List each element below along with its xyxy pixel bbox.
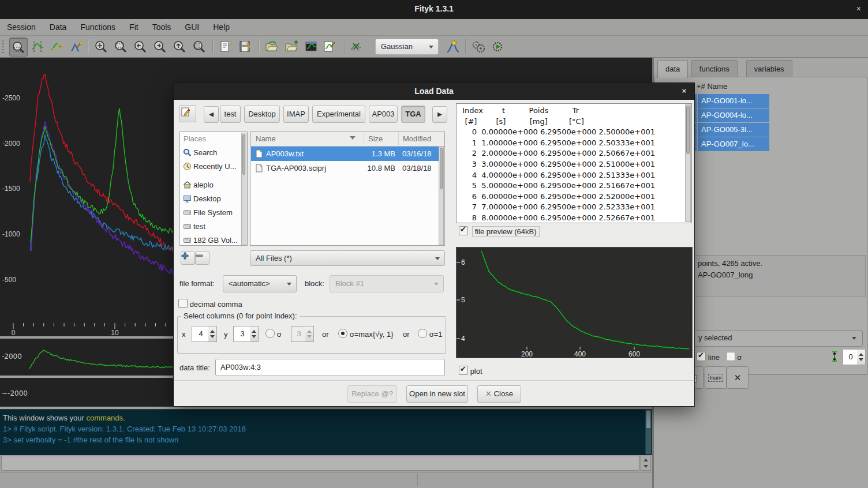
tab-variables[interactable]: variables — [746, 60, 792, 77]
menu-help[interactable]: Help — [206, 22, 237, 32]
open-file-button[interactable] — [263, 37, 280, 55]
file-list: Name Size Modified AP003w.txt1.3 MB03/16… — [250, 132, 445, 246]
point-size-spinner[interactable]: 0 — [843, 349, 866, 365]
command-input-spinner[interactable] — [641, 456, 651, 471]
sigma-column-radio[interactable]: σ — [265, 329, 282, 339]
app-window: Fityk 1.3.1 × SessionDataFunctionsFitToo… — [0, 0, 868, 488]
rename-dataset-button[interactable]: Inam — [705, 366, 727, 389]
zoom-vert-button[interactable] — [171, 37, 188, 55]
tab-functions[interactable]: functions — [691, 60, 738, 77]
block-select: Block #1 — [330, 275, 444, 292]
delete-dataset-button[interactable]: ✕ — [727, 366, 749, 389]
console-scrollbar[interactable] — [645, 410, 652, 455]
place-test[interactable]: test — [183, 220, 205, 234]
add-bookmark-button[interactable] — [181, 251, 195, 265]
menu-fit[interactable]: Fit — [122, 22, 145, 32]
place-recently-u-[interactable]: Recently U... — [183, 160, 236, 174]
path-crumb-experimental[interactable]: Experimental — [312, 106, 365, 123]
command-input[interactable] — [1, 456, 639, 471]
data-range-button[interactable] — [29, 37, 46, 55]
file-format-select[interactable]: <automatic> — [223, 275, 297, 292]
places-scrollbar[interactable] — [241, 133, 246, 245]
place-search[interactable]: Search — [183, 146, 217, 160]
toolbar-separator — [259, 39, 260, 54]
path-crumb-ap003[interactable]: AP003 — [369, 106, 398, 123]
file-size: 10.8 MB — [365, 161, 395, 175]
load-data-dialog: Load Data × ◂ testDesktopIMAPExperimenta… — [173, 82, 695, 407]
zoom-in-button[interactable] — [92, 37, 110, 55]
export-image-button[interactable] — [302, 37, 320, 55]
toolbar-separator — [88, 39, 89, 54]
menu-data[interactable]: Data — [43, 22, 74, 32]
new-script-icon — [219, 40, 233, 54]
add-peak-wand-button[interactable] — [68, 37, 85, 55]
file-row[interactable]: TGA-AP003.sciprj10.8 MB03/18/18 — [251, 161, 439, 175]
svg-text:4: 4 — [461, 335, 465, 343]
menu-tools[interactable]: Tools — [145, 22, 178, 32]
zoom-previous-button[interactable] — [190, 37, 208, 55]
close-button[interactable]: ✕ Close — [477, 385, 521, 403]
remove-bookmark-button[interactable] — [195, 251, 209, 265]
path-forward-button[interactable]: ▸ — [432, 106, 447, 123]
data-title-input[interactable]: AP003w:4:3 — [215, 359, 445, 376]
spinner-arrows[interactable] — [250, 326, 259, 342]
new-script-button[interactable] — [217, 37, 234, 55]
dataset-title-info: AP-GO007_long — [698, 271, 753, 279]
toolbar: Gaussian — [0, 36, 868, 58]
menu-functions[interactable]: Functions — [73, 22, 122, 32]
open-in-new-slot-button[interactable]: Open in new slot — [406, 385, 468, 403]
dialog-close-icon[interactable]: × — [682, 87, 686, 95]
tab-data[interactable]: data — [657, 60, 688, 78]
place-desktop[interactable]: Desktop — [183, 192, 221, 206]
column-modified[interactable]: Modified — [403, 134, 431, 143]
path-crumb-desktop[interactable]: Desktop — [244, 106, 280, 123]
continue-fit-button[interactable] — [489, 37, 507, 55]
plot-checkbox[interactable]: plot — [459, 366, 482, 376]
zoom-mode-button[interactable] — [9, 37, 28, 57]
function-type-select[interactable]: Gaussian — [375, 39, 439, 55]
path-back-button[interactable]: ◂ — [204, 106, 219, 123]
y-column-spinner[interactable]: 3 — [233, 326, 259, 342]
run-fit-button[interactable] — [470, 37, 487, 55]
file-preview-text[interactable]: Index t Poids Tr [#] [s] [mg] [°C] 0 0.0… — [456, 103, 692, 223]
add-function-button[interactable] — [444, 37, 462, 55]
save-script-button[interactable] — [237, 37, 254, 55]
zoom-area-button[interactable] — [112, 37, 129, 55]
export-script-button[interactable] — [321, 37, 338, 55]
sigma-sqrt-radio[interactable]: σ=max{√y, 1} — [338, 329, 394, 339]
line-checkbox[interactable]: line σ — [697, 352, 742, 362]
file-list-scrollbar[interactable] — [439, 147, 444, 245]
column-name[interactable]: Name — [256, 134, 276, 143]
file-row[interactable]: AP003w.txt1.3 MB03/16/18 — [251, 147, 439, 161]
spinner-arrows[interactable] — [208, 326, 217, 342]
decimal-comma-checkbox[interactable]: decimal comma — [178, 299, 242, 309]
file-list-header[interactable]: Name Size Modified — [250, 132, 444, 147]
x-column-spinner[interactable]: 4 — [192, 326, 217, 342]
file-icon — [256, 149, 263, 158]
window-close-icon[interactable]: × — [856, 4, 861, 13]
type-location-button[interactable] — [179, 105, 196, 122]
place-aleplo[interactable]: aleplo — [183, 178, 214, 192]
dialog-title-bar: Load Data × — [174, 83, 694, 100]
column-size[interactable]: Size — [368, 134, 383, 143]
menu-session[interactable]: Session — [0, 22, 43, 32]
add-point-button[interactable] — [48, 37, 66, 55]
preview-scrollbar[interactable] — [685, 104, 691, 222]
zoom-right-button[interactable] — [151, 37, 169, 55]
spinner-arrows[interactable] — [857, 349, 866, 365]
data-transform-button[interactable] — [349, 37, 366, 55]
sigma-one-radio[interactable]: σ=1 — [418, 329, 442, 339]
zoom-previous-icon — [192, 40, 206, 54]
file-filter-select[interactable]: All Files (*) — [250, 250, 445, 266]
menu-gui[interactable]: GUI — [178, 22, 206, 32]
path-crumb-imap[interactable]: IMAP — [283, 106, 309, 123]
zoom-left-button[interactable] — [132, 37, 149, 55]
place-182-gb-vol-[interactable]: 182 GB Vol... — [183, 234, 238, 247]
place-file-system[interactable]: File System — [183, 206, 233, 220]
places-header: Places — [184, 134, 206, 143]
open-recent-button[interactable] — [283, 37, 300, 55]
path-crumb-tga[interactable]: TGA — [401, 106, 425, 123]
file-preview-checkbox[interactable]: file preview (64kB) — [459, 226, 540, 236]
toolbar-grip[interactable] — [2, 40, 4, 53]
path-crumb-test[interactable]: test — [220, 106, 241, 123]
